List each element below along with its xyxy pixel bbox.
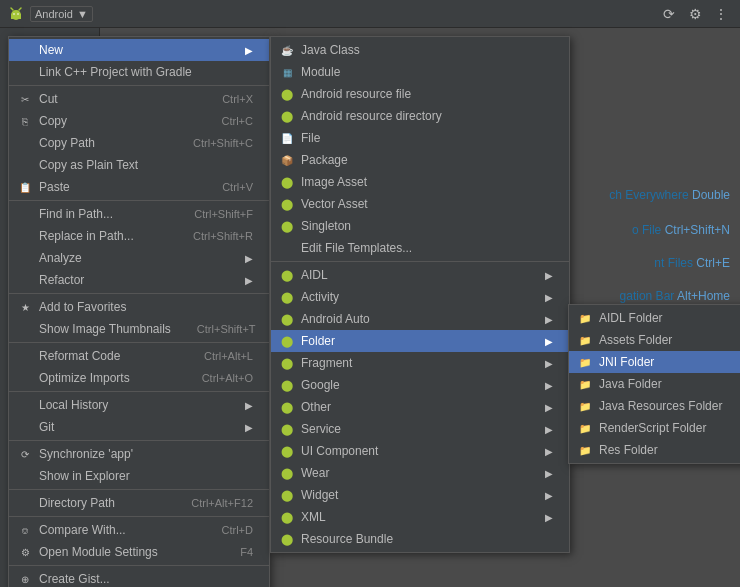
svg-line-2 (11, 8, 13, 10)
menu-item-module-settings[interactable]: ⚙ Open Module Settings F4 (9, 541, 269, 563)
new-other[interactable]: ⬤ Other ▶ (271, 396, 569, 418)
new-package[interactable]: 📦 Package (271, 149, 569, 171)
menu-item-cut[interactable]: ✂ Cut Ctrl+X (9, 88, 269, 110)
menu-item-create-gist[interactable]: ⊕ Create Gist... (9, 568, 269, 587)
new-image-asset[interactable]: ⬤ Image Asset (271, 171, 569, 193)
folder-res[interactable]: 📁 Res Folder (569, 439, 740, 461)
menu-item-label: Show Image Thumbnails (39, 322, 171, 336)
new-module[interactable]: ▦ Module (271, 61, 569, 83)
new-aidl[interactable]: ⬤ AIDL ▶ (271, 264, 569, 286)
menu-item-label: Android Auto (301, 312, 370, 326)
menu-item-label: Android resource file (301, 87, 411, 101)
history-icon (17, 397, 33, 413)
folder-java[interactable]: 📁 Java Folder (569, 373, 740, 395)
shortcut-label: Ctrl+Shift+C (173, 137, 253, 149)
context-menu: New ▶ Link C++ Project with Gradle ✂ Cut… (8, 36, 270, 587)
menu-item-refactor[interactable]: Refactor ▶ (9, 269, 269, 291)
new-widget[interactable]: ⬤ Widget ▶ (271, 484, 569, 506)
submenu-arrow-icon: ▶ (535, 424, 553, 435)
new-xml[interactable]: ⬤ XML ▶ (271, 506, 569, 528)
package-icon: 📦 (279, 152, 295, 168)
shortcut-label: Ctrl+Alt+F12 (171, 497, 253, 509)
sync-button[interactable]: ⟳ (658, 3, 680, 25)
new-folder[interactable]: ⬤ Folder ▶ (271, 330, 569, 352)
menu-item-compare[interactable]: ⎊ Compare With... Ctrl+D (9, 519, 269, 541)
separator (9, 440, 269, 441)
separator (9, 489, 269, 490)
menu-item-replace-path[interactable]: Replace in Path... Ctrl+Shift+R (9, 225, 269, 247)
separator (9, 391, 269, 392)
menu-item-label: Google (301, 378, 340, 392)
shortcut-label: Ctrl+Shift+F (174, 208, 253, 220)
folder-renderscript[interactable]: 📁 RenderScript Folder (569, 417, 740, 439)
menu-item-copy-path[interactable]: Copy Path Ctrl+Shift+C (9, 132, 269, 154)
menu-item-local-history[interactable]: Local History ▶ (9, 394, 269, 416)
new-singleton[interactable]: ⬤ Singleton (271, 215, 569, 237)
menu-item-label: Other (301, 400, 331, 414)
folder-java-resources[interactable]: 📁 Java Resources Folder (569, 395, 740, 417)
menu-item-show-thumbnails[interactable]: Show Image Thumbnails Ctrl+Shift+T (9, 318, 269, 340)
new-vector-asset[interactable]: ⬤ Vector Asset (271, 193, 569, 215)
menu-item-add-favorites[interactable]: ★ Add to Favorites (9, 296, 269, 318)
android-icon: ⬤ (279, 108, 295, 124)
menu-item-link-cpp[interactable]: Link C++ Project with Gradle (9, 61, 269, 83)
separator (9, 342, 269, 343)
submenu-arrow-icon: ▶ (535, 336, 553, 347)
new-file[interactable]: 📄 File (271, 127, 569, 149)
java-icon: ☕ (279, 42, 295, 58)
more-button[interactable]: ⋮ (710, 3, 732, 25)
menu-item-dir-path[interactable]: Directory Path Ctrl+Alt+F12 (9, 492, 269, 514)
new-activity[interactable]: ⬤ Activity ▶ (271, 286, 569, 308)
paste-icon: 📋 (17, 179, 33, 195)
menu-item-label: Java Class (301, 43, 360, 57)
menu-item-label: Java Resources Folder (599, 399, 722, 413)
submenu-arrow-icon: ▶ (235, 45, 253, 56)
menu-item-paste[interactable]: 📋 Paste Ctrl+V (9, 176, 269, 198)
menu-item-label: Activity (301, 290, 339, 304)
menu-item-find-path[interactable]: Find in Path... Ctrl+Shift+F (9, 203, 269, 225)
new-ui-component[interactable]: ⬤ UI Component ▶ (271, 440, 569, 462)
menu-item-label: Open Module Settings (39, 545, 158, 559)
new-android-resource-file[interactable]: ⬤ Android resource file (271, 83, 569, 105)
menu-item-synchronize[interactable]: ⟳ Synchronize 'app' (9, 443, 269, 465)
separator (9, 293, 269, 294)
new-edit-templates[interactable]: Edit File Templates... (271, 237, 569, 259)
menu-item-label: Widget (301, 488, 338, 502)
new-fragment[interactable]: ⬤ Fragment ▶ (271, 352, 569, 374)
separator (9, 565, 269, 566)
submenu-arrow-icon: ▶ (535, 292, 553, 303)
folder-jni[interactable]: 📁 JNI Folder (569, 351, 740, 373)
new-resource-bundle[interactable]: ⬤ Resource Bundle (271, 528, 569, 550)
copy-icon: ⎘ (17, 113, 33, 129)
android-icon: ⬤ (279, 311, 295, 327)
folder-icon: 📁 (577, 332, 593, 348)
shortcut-label: Ctrl+C (202, 115, 253, 127)
new-service[interactable]: ⬤ Service ▶ (271, 418, 569, 440)
new-android-resource-dir[interactable]: ⬤ Android resource directory (271, 105, 569, 127)
menu-item-analyze[interactable]: Analyze ▶ (9, 247, 269, 269)
menu-item-copy-plain[interactable]: Copy as Plain Text (9, 154, 269, 176)
new-java-class[interactable]: ☕ Java Class (271, 39, 569, 61)
new-google[interactable]: ⬤ Google ▶ (271, 374, 569, 396)
toolbar-actions: ⟳ ⚙ ⋮ (658, 3, 732, 25)
folder-submenu: 📁 AIDL Folder 📁 Assets Folder 📁 JNI Fold… (568, 304, 740, 464)
settings-button[interactable]: ⚙ (684, 3, 706, 25)
new-android-auto[interactable]: ⬤ Android Auto ▶ (271, 308, 569, 330)
menu-item-label: Edit File Templates... (301, 241, 412, 255)
menu-item-git[interactable]: Git ▶ (9, 416, 269, 438)
menu-item-optimize[interactable]: Optimize Imports Ctrl+Alt+O (9, 367, 269, 389)
project-dropdown[interactable]: Android ▼ (30, 6, 93, 22)
new-submenu: ☕ Java Class ▦ Module ⬤ Android resource… (270, 36, 570, 553)
menu-item-label: Service (301, 422, 341, 436)
folder-assets[interactable]: 📁 Assets Folder (569, 329, 740, 351)
android-icon: ⬤ (279, 509, 295, 525)
new-wear[interactable]: ⬤ Wear ▶ (271, 462, 569, 484)
menu-item-new[interactable]: New ▶ (9, 39, 269, 61)
menu-item-show-explorer[interactable]: Show in Explorer (9, 465, 269, 487)
link-icon (17, 64, 33, 80)
menu-item-label: Module (301, 65, 340, 79)
menu-item-label: Optimize Imports (39, 371, 130, 385)
menu-item-copy[interactable]: ⎘ Copy Ctrl+C (9, 110, 269, 132)
folder-aidl[interactable]: 📁 AIDL Folder (569, 307, 740, 329)
menu-item-reformat[interactable]: Reformat Code Ctrl+Alt+L (9, 345, 269, 367)
